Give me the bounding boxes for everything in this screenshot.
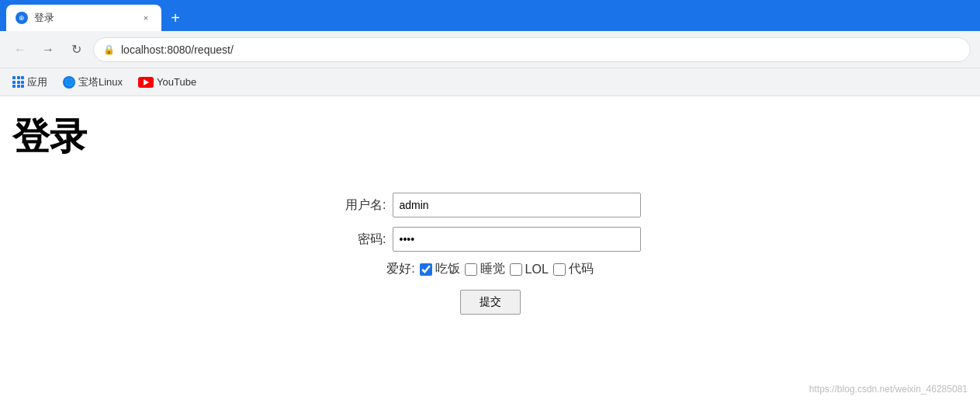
username-label: 用户名: [340, 197, 386, 214]
forward-button[interactable]: → [37, 39, 59, 61]
bookmark-youtube-label: YouTube [157, 76, 196, 88]
hobby-lol-checkbox[interactable] [510, 263, 522, 276]
youtube-icon [138, 77, 154, 88]
bookmark-baota-label: 宝塔Linux [78, 75, 123, 89]
username-input[interactable] [393, 193, 641, 217]
password-label: 密码: [340, 231, 386, 248]
bookmark-apps-label: 应用 [27, 75, 47, 89]
tab-title: 登录 [34, 11, 133, 25]
password-row: 密码: [340, 227, 641, 252]
url-bar[interactable]: 🔒 localhost:8080/request/ [93, 37, 971, 62]
hobby-code-checkbox[interactable] [553, 263, 566, 276]
bookmark-youtube[interactable]: YouTube [132, 73, 203, 91]
hobby-code: 代码 [553, 261, 594, 277]
hobby-code-label: 代码 [569, 261, 594, 277]
hobby-row: 爱好: 吃饭 睡觉 LOL 代码 [386, 261, 594, 277]
bookmark-apps[interactable]: 应用 [6, 72, 54, 92]
hobby-sleep-checkbox[interactable] [465, 263, 477, 276]
hobby-lol: LOL [510, 263, 549, 277]
hobby-eat-checkbox[interactable] [420, 263, 432, 276]
bookmarks-bar: 应用 🌐 宝塔Linux YouTube [0, 68, 980, 96]
hobby-sleep-label: 睡觉 [480, 261, 505, 277]
reload-button[interactable]: ↻ [65, 39, 87, 61]
password-input[interactable] [393, 227, 641, 252]
hobby-eat: 吃饭 [420, 261, 460, 277]
tab-close-button[interactable]: × [140, 12, 152, 24]
back-button[interactable]: ← [9, 39, 31, 61]
submit-button[interactable]: 提交 [460, 290, 521, 315]
hobby-sleep: 睡觉 [465, 261, 505, 277]
username-row: 用户名: [340, 193, 641, 217]
submit-row: 提交 [460, 287, 521, 315]
hobby-lol-label: LOL [525, 263, 549, 277]
page-content: 登录 用户名: 密码: 爱好: 吃饭 睡觉 [0, 96, 980, 407]
new-tab-button[interactable]: + [164, 7, 186, 29]
tab-bar: ⊕ 登录 × + [0, 0, 980, 31]
active-tab[interactable]: ⊕ 登录 × [6, 5, 161, 31]
globe-icon: 🌐 [63, 76, 75, 89]
bookmark-baota[interactable]: 🌐 宝塔Linux [57, 72, 129, 92]
login-form: 用户名: 密码: 爱好: 吃饭 睡觉 LOL [12, 193, 968, 315]
watermark: https://blog.csdn.net/weixin_46285081 [809, 384, 968, 395]
lock-icon: 🔒 [103, 44, 115, 55]
hobby-group: 吃饭 睡觉 LOL 代码 [420, 261, 594, 277]
page-title: 登录 [12, 112, 968, 162]
browser-chrome: ⊕ 登录 × + ← → ↻ 🔒 localhost:8080/request/… [0, 0, 980, 96]
hobby-label: 爱好: [386, 261, 414, 277]
url-text: localhost:8080/request/ [121, 43, 234, 56]
tab-favicon: ⊕ [16, 12, 28, 24]
address-bar: ← → ↻ 🔒 localhost:8080/request/ [0, 31, 980, 68]
apps-icon [12, 76, 24, 88]
hobby-eat-label: 吃饭 [435, 261, 460, 277]
